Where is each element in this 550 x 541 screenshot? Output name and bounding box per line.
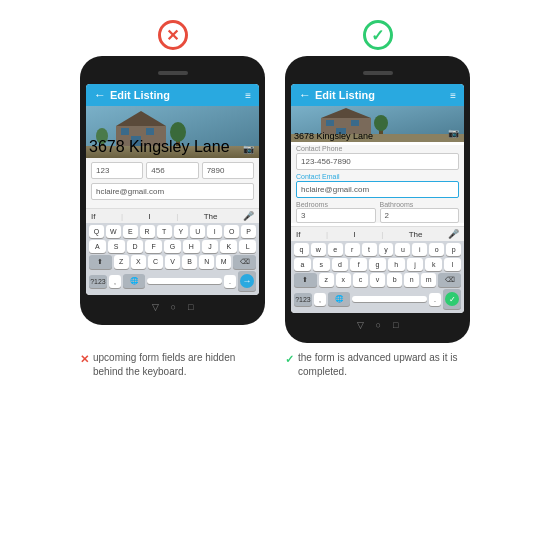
key-H[interactable]: H — [183, 240, 200, 253]
suggestion-if[interactable]: If — [91, 212, 95, 221]
key-v[interactable]: v — [370, 273, 385, 287]
key-r[interactable]: r — [345, 243, 360, 256]
good-email-field[interactable]: hclaire@gmail.com — [296, 181, 459, 198]
key-d[interactable]: d — [332, 258, 349, 271]
key-C[interactable]: C — [148, 255, 163, 269]
key-D[interactable]: D — [127, 240, 144, 253]
key-N[interactable]: N — [199, 255, 214, 269]
enter-key-good[interactable]: ✓ — [443, 289, 461, 309]
key-Y[interactable]: Y — [174, 225, 189, 238]
key-B[interactable]: B — [182, 255, 197, 269]
camera-icon-bad[interactable]: 📷 — [243, 144, 254, 154]
bathrooms-value[interactable]: 2 — [380, 208, 460, 223]
key-a[interactable]: a — [294, 258, 311, 271]
space-key[interactable] — [147, 278, 222, 284]
phone-speaker — [158, 71, 188, 75]
key-o[interactable]: o — [429, 243, 444, 256]
key-X[interactable]: X — [131, 255, 146, 269]
bedrooms-value[interactable]: 3 — [296, 208, 376, 223]
key-m[interactable]: m — [421, 273, 436, 287]
back-arrow-icon[interactable]: ← — [94, 88, 106, 102]
nav-recent-icon-good[interactable]: □ — [393, 320, 398, 330]
key-G[interactable]: G — [164, 240, 181, 253]
key-W[interactable]: W — [106, 225, 121, 238]
bad-phone-part3[interactable]: 7890 — [202, 162, 254, 179]
key-z[interactable]: z — [319, 273, 334, 287]
dot-key[interactable]: . — [224, 275, 236, 288]
key-j[interactable]: j — [407, 258, 424, 271]
suggestion-the[interactable]: The — [204, 212, 218, 221]
camera-icon-good[interactable]: 📷 — [448, 128, 459, 138]
bad-indicator: ✕ — [158, 20, 188, 50]
num-key-good[interactable]: ?123 — [294, 293, 312, 306]
key-t[interactable]: t — [362, 243, 377, 256]
good-phone-field[interactable]: 123-456-7890 — [296, 153, 459, 170]
enter-key-bad[interactable]: → — [238, 271, 256, 291]
nav-back-icon-bad[interactable]: ▽ — [152, 302, 159, 312]
mic-icon-good[interactable]: 🎤 — [448, 229, 459, 239]
space-key-good[interactable] — [352, 296, 427, 302]
key-F[interactable]: F — [145, 240, 162, 253]
hamburger-icon-good[interactable]: ≡ — [450, 90, 456, 101]
key-L[interactable]: L — [239, 240, 256, 253]
key-l[interactable]: l — [444, 258, 461, 271]
hamburger-icon[interactable]: ≡ — [245, 90, 251, 101]
key-M[interactable]: M — [216, 255, 231, 269]
nav-home-icon-bad[interactable]: ○ — [171, 302, 176, 312]
key-A[interactable]: A — [89, 240, 106, 253]
key-s[interactable]: s — [313, 258, 330, 271]
key-h[interactable]: h — [388, 258, 405, 271]
globe-key[interactable]: 🌐 — [123, 274, 145, 288]
key-S[interactable]: S — [108, 240, 125, 253]
globe-key-good[interactable]: 🌐 — [328, 292, 350, 306]
key-E[interactable]: E — [123, 225, 138, 238]
nav-recent-icon-bad[interactable]: □ — [188, 302, 193, 312]
suggestion-if-good[interactable]: If — [296, 230, 300, 239]
key-K[interactable]: K — [220, 240, 237, 253]
key-Q[interactable]: Q — [89, 225, 104, 238]
nav-home-icon-good[interactable]: ○ — [376, 320, 381, 330]
suggestion-i-good[interactable]: I — [353, 230, 355, 239]
key-g[interactable]: g — [369, 258, 386, 271]
key-U[interactable]: U — [190, 225, 205, 238]
key-q[interactable]: q — [294, 243, 309, 256]
bad-email-field[interactable]: hclaire@gmail.com — [91, 183, 254, 200]
key-R[interactable]: R — [140, 225, 155, 238]
backspace-key[interactable]: ⌫ — [233, 255, 256, 269]
mic-icon[interactable]: 🎤 — [243, 211, 254, 221]
key-u[interactable]: u — [395, 243, 410, 256]
key-f[interactable]: f — [350, 258, 367, 271]
suggestion-the-good[interactable]: The — [409, 230, 423, 239]
good-phone-screen: ← Edit Listing ≡ — [291, 84, 464, 313]
key-c[interactable]: c — [353, 273, 368, 287]
key-O[interactable]: O — [224, 225, 239, 238]
key-T[interactable]: T — [157, 225, 172, 238]
key-J[interactable]: J — [202, 240, 219, 253]
key-I[interactable]: I — [207, 225, 222, 238]
bad-phone-part1[interactable]: 123 — [91, 162, 143, 179]
suggestion-i[interactable]: I — [148, 212, 150, 221]
comma-key-good[interactable]: , — [314, 293, 326, 306]
comma-key[interactable]: , — [109, 275, 121, 288]
key-P[interactable]: P — [241, 225, 256, 238]
key-V[interactable]: V — [165, 255, 180, 269]
key-Z[interactable]: Z — [114, 255, 129, 269]
key-y[interactable]: y — [379, 243, 394, 256]
shift-key-good[interactable]: ⬆ — [294, 273, 317, 287]
dot-key-good[interactable]: . — [429, 293, 441, 306]
key-e[interactable]: e — [328, 243, 343, 256]
back-arrow-icon-good[interactable]: ← — [299, 88, 311, 102]
key-b[interactable]: b — [387, 273, 402, 287]
num-key[interactable]: ?123 — [89, 275, 107, 288]
backspace-key-good[interactable]: ⌫ — [438, 273, 461, 287]
key-k[interactable]: k — [425, 258, 442, 271]
key-i[interactable]: i — [412, 243, 427, 256]
key-w[interactable]: w — [311, 243, 326, 256]
key-x[interactable]: x — [336, 273, 351, 287]
nav-back-icon-good[interactable]: ▽ — [357, 320, 364, 330]
shift-key[interactable]: ⬆ — [89, 255, 112, 269]
key-n[interactable]: n — [404, 273, 419, 287]
key-p[interactable]: p — [446, 243, 461, 256]
bad-phone-part2[interactable]: 456 — [146, 162, 198, 179]
good-indicator: ✓ — [363, 20, 393, 50]
